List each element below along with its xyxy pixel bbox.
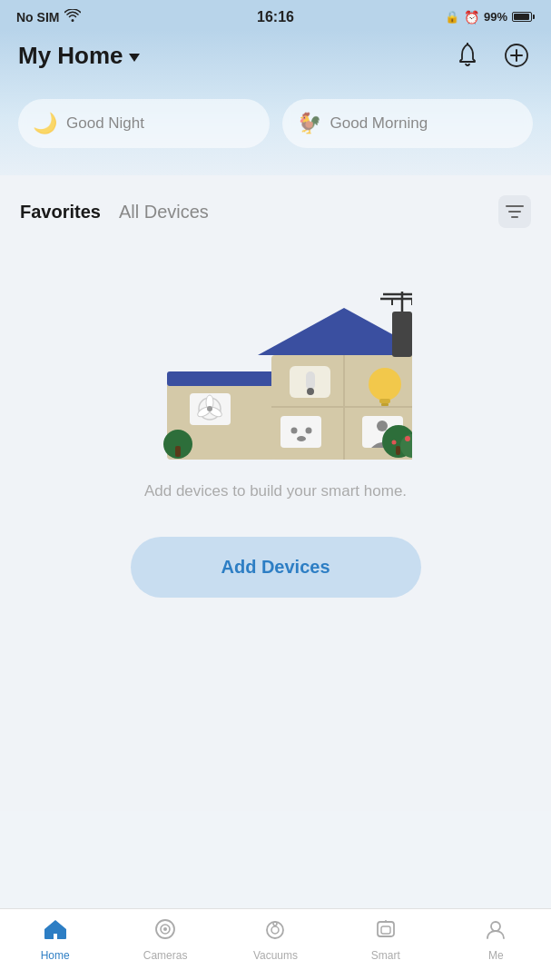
good-night-label: Good Night [66,114,144,133]
status-bar: No SIM 16:16 🔒 ⏰ 99% [0,0,551,30]
battery-pct: 99% [484,10,507,24]
svg-rect-11 [392,312,412,357]
svg-point-55 [491,922,500,931]
svg-rect-38 [175,446,181,457]
nav-tab-home[interactable]: Home [28,918,83,962]
nav-icons [451,39,533,72]
good-morning-button[interactable]: 🐓 Good Morning [282,99,534,148]
svg-point-32 [290,428,297,434]
lock-icon: 🔒 [445,10,459,24]
svg-rect-23 [379,399,390,403]
add-devices-button[interactable]: Add Devices [131,537,421,598]
alarm-icon: ⏰ [464,10,479,25]
status-right: 🔒 ⏰ 99% [445,10,535,25]
nav-label-home: Home [41,949,70,962]
empty-state-text: Add devices to build your smart home. [144,482,407,500]
wifi-icon [64,9,81,25]
me-nav-icon [484,918,507,945]
svg-point-22 [369,368,401,401]
svg-point-36 [377,421,388,431]
svg-point-21 [307,388,314,395]
tabs-row: Favorites All Devices [0,175,551,237]
home-title-text: My Home [18,42,123,70]
svg-point-50 [273,922,277,926]
svg-point-41 [405,436,410,441]
svg-rect-53 [381,926,390,934]
good-morning-label: Good Morning [330,114,428,133]
moon-icon: 🌙 [33,112,57,135]
svg-point-43 [391,441,396,445]
vacuums-nav-icon [263,918,287,945]
nav-tab-cameras[interactable]: Cameras [138,918,192,962]
home-nav-icon [44,918,67,945]
tab-all-devices[interactable]: All Devices [119,202,209,223]
carrier-text: No SIM [16,10,59,25]
nav-label-vacuums: Vacuums [253,949,298,962]
nav-label-smart: Smart [371,949,400,962]
rooster-icon: 🐓 [297,112,321,135]
nav-tab-smart[interactable]: Smart [359,918,413,962]
svg-point-47 [163,927,167,931]
smart-nav-icon [374,918,398,945]
house-area: Add devices to build your smart home. Ad… [0,237,551,616]
nav-label-me: Me [488,949,504,962]
nav-label-cameras: Cameras [143,949,188,962]
bottom-nav: Home Cameras Vacuums [0,908,551,980]
bell-button[interactable] [451,39,484,72]
nav-tab-vacuums[interactable]: Vacuums [248,918,302,962]
status-left: No SIM [16,9,81,25]
status-time: 16:16 [257,9,294,25]
svg-rect-44 [396,446,400,455]
chevron-down-icon [129,54,140,62]
svg-point-48 [267,922,283,938]
svg-rect-24 [381,403,389,406]
svg-marker-10 [258,308,412,355]
svg-rect-8 [167,371,276,386]
tab-favorites[interactable]: Favorites [20,202,101,223]
home-title-container[interactable]: My Home [18,42,140,70]
svg-rect-31 [280,416,321,448]
svg-point-30 [207,406,212,411]
add-button[interactable] [500,39,533,72]
house-illustration [140,264,412,464]
add-circle-icon [504,43,529,68]
bell-icon [456,43,479,68]
filter-icon [506,204,524,219]
top-nav: My Home [18,30,533,90]
cameras-nav-icon [153,918,177,945]
nav-tab-me[interactable]: Me [468,918,523,962]
svg-point-34 [297,436,306,441]
main-content: Favorites All Devices [0,175,551,811]
svg-point-33 [305,428,311,434]
header-area: My Home 🌙 Good Night [0,30,551,175]
filter-button[interactable] [498,195,531,228]
svg-point-49 [271,926,279,934]
svg-rect-20 [306,371,315,390]
good-night-button[interactable]: 🌙 Good Night [18,99,270,148]
tabs-left: Favorites All Devices [20,202,209,223]
battery-icon [512,12,535,22]
scene-row: 🌙 Good Night 🐓 Good Morning [18,99,533,148]
